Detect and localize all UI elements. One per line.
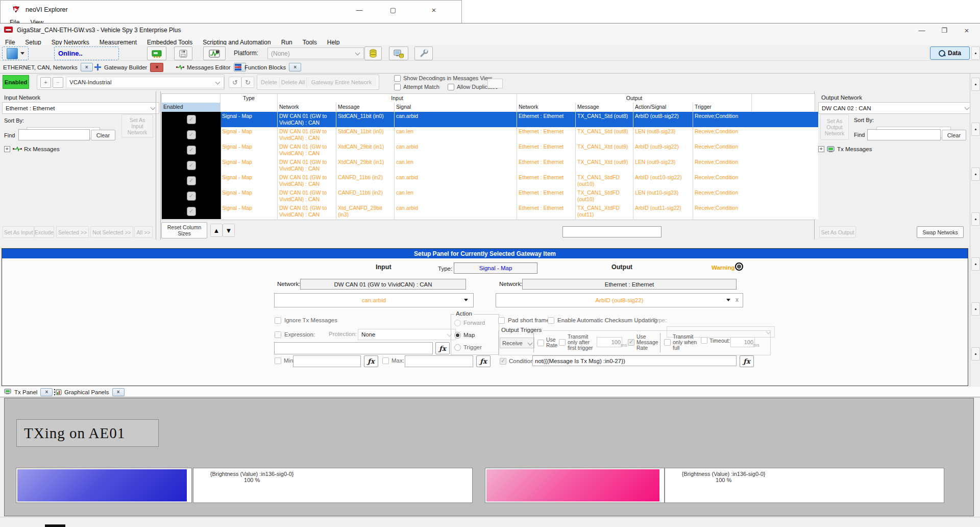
dock-button-top[interactable]: [971, 46, 980, 60]
set-as-input-button[interactable]: Set As Input: [3, 226, 34, 238]
min-fx-button[interactable]: ƒx: [364, 355, 378, 367]
set-as-output-button[interactable]: Set As Output: [819, 226, 856, 238]
condition-fx-button[interactable]: ƒx: [740, 355, 754, 367]
input-clear-button[interactable]: Clear: [91, 130, 115, 140]
tab-gateway-close-icon[interactable]: ×: [150, 63, 163, 72]
tab-ethernet-close-icon[interactable]: ×: [81, 63, 93, 71]
setup-out-signal-select[interactable]: ArbID (out8-sig22) x: [496, 293, 743, 307]
condition-field[interactable]: not({(Message Is Tx Msg) :in0-27}): [532, 355, 737, 366]
row-enabled-checkbox[interactable]: [187, 146, 196, 155]
dock-button-3[interactable]: [971, 167, 980, 181]
action-trigger-radio[interactable]: [454, 344, 461, 351]
rate-field[interactable]: [597, 337, 622, 347]
output-network-select[interactable]: DW CAN 02 : CAN: [818, 102, 973, 114]
transmit-full-checkbox[interactable]: [664, 339, 671, 346]
gateway-entire-network-button[interactable]: Gateway Entire Network: [306, 77, 376, 88]
neovi-close-button[interactable]: ×: [423, 3, 445, 16]
column-header-enabled[interactable]: Enabled: [162, 103, 220, 112]
move-up-button[interactable]: ▲: [210, 224, 223, 237]
receive-select[interactable]: Receive: [500, 338, 534, 348]
condition-checkbox[interactable]: [500, 358, 506, 365]
swap-networks-button[interactable]: Swap Netwoks: [917, 226, 964, 238]
table-row[interactable]: Signal - Map DW CAN 01 (GW to VividCAN) …: [162, 127, 913, 143]
exclude-button[interactable]: Exclude: [34, 226, 54, 238]
out-signal-dropdown-icon[interactable]: [726, 299, 730, 301]
network-interface-button[interactable]: [147, 46, 166, 60]
column-header-in-signal[interactable]: Signal: [395, 103, 517, 112]
table-row[interactable]: Signal - Map DW CAN 01 (GW to VividCAN) …: [162, 142, 913, 158]
remove-gateway-button[interactable]: −: [53, 77, 63, 88]
row-enabled-checkbox[interactable]: [187, 161, 196, 170]
min-row[interactable]: Min:: [275, 357, 295, 364]
transmit-full-row[interactable]: Transmit only when full: [664, 334, 699, 351]
dock-button-1[interactable]: [971, 78, 980, 91]
set-as-input-network-button[interactable]: Set As Input Network: [121, 114, 153, 138]
database-setup-button[interactable]: [389, 46, 408, 60]
platform-select[interactable]: (None): [267, 47, 364, 59]
neovi-maximize-button[interactable]: ▢: [382, 3, 404, 16]
all-button[interactable]: All >>: [134, 226, 153, 238]
action-forward-option[interactable]: Forward: [454, 319, 485, 326]
row-enabled-checkbox[interactable]: [187, 115, 196, 124]
not-selected-button[interactable]: Not Selected >>: [90, 226, 133, 238]
tab-ethernet-can-networks[interactable]: ETHERNET, CAN, Networks ×: [3, 62, 93, 73]
action-forward-radio[interactable]: [454, 320, 461, 326]
expression-checkbox[interactable]: [275, 331, 281, 338]
redo-button[interactable]: ↻: [241, 77, 254, 88]
checksum-checkbox[interactable]: [548, 317, 554, 324]
column-header-trigger[interactable]: Trigger: [693, 103, 752, 112]
column-header-in-message[interactable]: Message: [336, 103, 395, 112]
use-message-rate-checkbox[interactable]: [628, 339, 634, 346]
out-signal-clear-icon[interactable]: x: [736, 296, 739, 303]
show-decodings-row[interactable]: Show Decodings in Messages View: [394, 75, 492, 82]
checksum-row[interactable]: Enable Automatic Checksum Updating: [548, 317, 657, 324]
tab-graphical-panels[interactable]: Graphical Panels ×: [54, 388, 125, 396]
gateway-enabled-button[interactable]: Enabled: [3, 75, 29, 89]
neovi-minimize-button[interactable]: —: [348, 3, 371, 16]
rx-messages-expander-icon[interactable]: [4, 146, 10, 152]
pad-short-frames-checkbox[interactable]: [498, 317, 505, 324]
main-restore-button[interactable]: ❐: [933, 23, 955, 37]
table-row[interactable]: Signal - Map DW CAN 01 (GW to VividCAN) …: [162, 112, 913, 128]
dock-button-6[interactable]: [971, 302, 980, 316]
row-enabled-checkbox[interactable]: [187, 191, 196, 201]
row-enabled-checkbox[interactable]: [187, 176, 196, 185]
tx-messages-expander-icon[interactable]: [818, 146, 824, 152]
ignore-tx-checkbox[interactable]: [275, 317, 281, 324]
dock-button-4[interactable]: [971, 212, 980, 226]
attempt-match-checkbox[interactable]: [394, 84, 401, 90]
left-splitter[interactable]: [156, 91, 161, 239]
main-close-button[interactable]: ×: [955, 23, 978, 37]
min-field[interactable]: [293, 355, 361, 367]
undo-button[interactable]: ↺: [229, 77, 241, 88]
main-minimize-button[interactable]: —: [911, 23, 933, 37]
tab-tx-panel[interactable]: Tx Panel ×: [4, 388, 53, 396]
move-down-button[interactable]: ▼: [223, 224, 235, 237]
pad-short-frames-row[interactable]: Pad short frames: [498, 317, 553, 324]
tab-graphical-panels-close-icon[interactable]: ×: [112, 388, 125, 396]
in-signal-dropdown-icon[interactable]: [464, 299, 468, 301]
condition-row[interactable]: Condition:: [500, 357, 535, 365]
expression-field[interactable]: [274, 342, 433, 354]
dock-button-7[interactable]: [971, 347, 980, 361]
action-trigger-option[interactable]: Trigger: [454, 344, 482, 351]
row-enabled-checkbox[interactable]: [187, 207, 196, 216]
database-button[interactable]: [364, 46, 382, 60]
transmit-after-row[interactable]: Transmit only after first trigger: [559, 334, 597, 351]
table-footer-field[interactable]: [562, 226, 662, 237]
timeout-checkbox[interactable]: [701, 337, 707, 344]
brightness-bar-pink[interactable]: [485, 468, 665, 503]
output-find-field[interactable]: [867, 129, 941, 140]
column-header-out-message[interactable]: Message: [576, 103, 633, 112]
column-header-action-signal[interactable]: Action/Signal: [633, 103, 693, 112]
dock-button-2[interactable]: [971, 123, 980, 136]
tab-gateway-builder[interactable]: Gateway Builder ×: [94, 62, 163, 73]
max-fx-button[interactable]: ƒx: [476, 355, 491, 367]
row-enabled-cell[interactable]: [162, 173, 221, 188]
expression-row[interactable]: Expression:: [275, 331, 315, 338]
use-rate-checkbox[interactable]: [537, 340, 544, 346]
timeout-row[interactable]: Timeout:: [701, 337, 730, 344]
reset-column-sizes-button[interactable]: Reset Column Sizes: [161, 222, 207, 238]
row-enabled-cell[interactable]: [162, 142, 221, 158]
scope-button[interactable]: [203, 46, 226, 60]
